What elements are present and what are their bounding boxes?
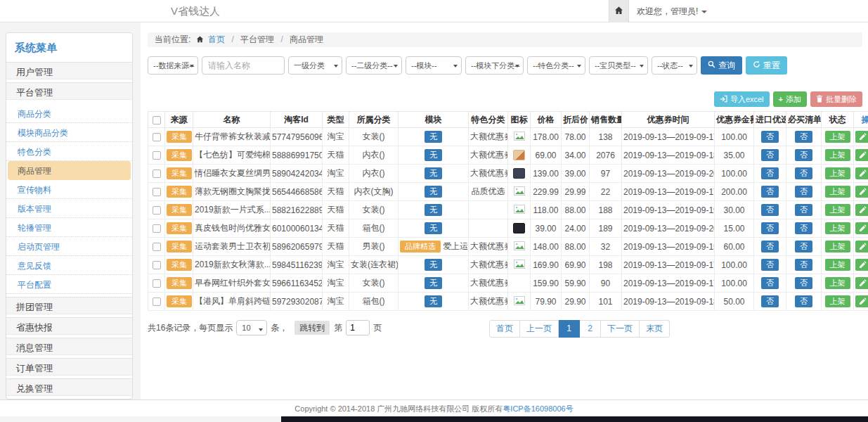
sidebar-item-商品分类[interactable]: 商品分类 [6, 104, 132, 123]
edit-button[interactable] [855, 295, 868, 307]
filter-select-3[interactable]: --二级分类-- [346, 56, 402, 75]
row-checkbox[interactable] [153, 298, 161, 306]
pager-button-2[interactable]: 2 [580, 320, 601, 338]
row-checkbox[interactable] [153, 133, 161, 141]
must-buy-toggle-badge[interactable]: 否 [795, 259, 812, 271]
name-search-input[interactable] [202, 56, 285, 75]
taoke-id-cell: 589042420344 [271, 165, 323, 183]
import-toggle-badge[interactable]: 否 [761, 277, 779, 289]
must-buy-toggle-badge[interactable]: 否 [795, 149, 812, 161]
status-badge[interactable]: 上架 [825, 167, 850, 179]
pager-button-下一页[interactable]: 下一页 [601, 320, 640, 338]
status-badge[interactable]: 上架 [825, 241, 850, 252]
row-checkbox[interactable] [153, 206, 161, 215]
edit-button[interactable] [855, 131, 868, 143]
status-badge[interactable]: 上架 [825, 204, 850, 216]
row-checkbox[interactable] [153, 243, 161, 251]
filter-select-4[interactable]: --模块-- [406, 56, 462, 75]
coupon-amount-cell: 15.00 [715, 219, 754, 238]
edit-button[interactable] [855, 204, 868, 216]
import-toggle-badge[interactable]: 否 [761, 222, 779, 234]
must-buy-toggle-badge[interactable]: 否 [795, 222, 812, 234]
edit-button[interactable] [855, 167, 868, 179]
breadcrumb-item: 平台管理 [240, 34, 274, 44]
row-checkbox[interactable] [153, 224, 161, 233]
row-checkbox[interactable] [153, 188, 161, 196]
must-buy-toggle-badge[interactable]: 否 [795, 167, 812, 179]
must-buy-toggle-badge[interactable]: 否 [795, 241, 812, 252]
row-checkbox[interactable] [153, 170, 161, 178]
filter-select-8[interactable]: --状态-- [652, 56, 697, 75]
pager-button-上一页[interactable]: 上一页 [520, 320, 559, 338]
sidebar-item-意见反馈[interactable]: 意见反馈 [6, 256, 132, 275]
home-button[interactable] [609, 0, 629, 23]
sidebar-item-特色分类[interactable]: 特色分类 [6, 142, 132, 161]
import-toggle-badge[interactable]: 否 [761, 259, 779, 271]
filter-select-2[interactable]: 一级分类 [288, 56, 342, 75]
import-toggle-badge[interactable]: 否 [761, 295, 779, 307]
sidebar-group-兑换管理[interactable]: 兑换管理 [6, 378, 132, 396]
row-checkbox[interactable] [153, 151, 161, 160]
select-all-checkbox[interactable] [153, 116, 161, 124]
edit-button[interactable] [855, 241, 868, 252]
pager-button-末页[interactable]: 末页 [640, 320, 670, 338]
name-cell: 薄款无钢圈文胸聚拢性... [193, 183, 271, 201]
edit-button[interactable] [855, 186, 868, 198]
edit-button[interactable] [855, 222, 868, 234]
row-checkbox[interactable] [153, 261, 161, 269]
sidebar-item-轮播管理[interactable]: 轮播管理 [6, 218, 132, 237]
status-badge[interactable]: 上架 [825, 259, 850, 271]
filter-select-6[interactable]: --特色分类-- [527, 56, 585, 75]
user-menu[interactable]: 欢迎您，管理员! [637, 0, 707, 23]
row-checkbox[interactable] [153, 279, 161, 288]
edit-button[interactable] [855, 149, 868, 161]
status-badge[interactable]: 上架 [825, 131, 850, 143]
sidebar-group-拼团管理[interactable]: 拼团管理 [6, 297, 132, 314]
must-buy-toggle-badge[interactable]: 否 [795, 186, 812, 198]
import-toggle-badge[interactable]: 否 [761, 241, 779, 252]
status-badge[interactable]: 上架 [825, 186, 850, 198]
must-buy-toggle-badge[interactable]: 否 [795, 204, 812, 216]
pager-button-首页[interactable]: 首页 [489, 320, 520, 338]
pager-button-1[interactable]: 1 [559, 320, 580, 338]
add-button[interactable]: + 添加 [773, 91, 807, 107]
sidebar-group-消息管理[interactable]: 消息管理 [6, 338, 132, 355]
filter-select-5[interactable]: --模块下分类-- [465, 56, 524, 75]
status-badge[interactable]: 上架 [825, 295, 850, 307]
jump-button[interactable]: 跳转到 [294, 321, 330, 335]
per-page-select[interactable]: 10 [236, 320, 267, 335]
sidebar-item-平台配置[interactable]: 平台配置 [6, 275, 132, 294]
edit-button[interactable] [855, 259, 868, 271]
status-badge[interactable]: 上架 [825, 277, 850, 289]
import-toggle-badge[interactable]: 否 [761, 131, 779, 143]
must-buy-toggle-badge[interactable]: 否 [795, 277, 812, 289]
filter-select-7[interactable]: --宝贝类型-- [589, 56, 648, 75]
sidebar-item-启动页管理[interactable]: 启动页管理 [6, 237, 132, 256]
filter-select-0[interactable]: --数据来源-- [148, 56, 198, 75]
sidebar-item-模块商品分类[interactable]: 模块商品分类 [6, 123, 132, 142]
sidebar-group-用户管理[interactable]: 用户管理 [6, 62, 132, 79]
page-number-input[interactable] [346, 320, 370, 335]
icp-link[interactable]: 粤ICP备16098006号 [503, 404, 573, 413]
search-button[interactable]: 查询 [701, 56, 742, 75]
import-toggle-badge[interactable]: 否 [761, 167, 779, 179]
table-row: 采集【七色纺】可爱纯棉家...588869917501天猫内衣()无大额优惠券6… [148, 146, 868, 165]
import-excel-button[interactable]: 导入excel [714, 91, 770, 107]
sidebar-item-宣传物料[interactable]: 宣传物料 [6, 180, 132, 199]
must-buy-toggle-badge[interactable]: 否 [795, 131, 812, 143]
status-badge[interactable]: 上架 [825, 222, 850, 234]
import-toggle-badge[interactable]: 否 [761, 149, 779, 161]
sidebar-group-省惠快报[interactable]: 省惠快报 [6, 317, 132, 335]
import-toggle-badge[interactable]: 否 [761, 204, 779, 216]
sidebar-item-版本管理[interactable]: 版本管理 [6, 199, 132, 218]
sidebar-item-商品管理[interactable]: 商品管理 [8, 161, 131, 180]
status-badge[interactable]: 上架 [825, 149, 850, 161]
breadcrumb-home-link[interactable]: 首页 [208, 34, 225, 44]
reset-button[interactable]: 重置 [746, 56, 787, 75]
sidebar-group-订单管理[interactable]: 订单管理 [6, 358, 132, 376]
edit-button[interactable] [855, 277, 868, 289]
must-buy-toggle-badge[interactable]: 否 [795, 295, 812, 307]
sidebar-group-平台管理[interactable]: 平台管理 [6, 82, 132, 100]
batch-delete-button[interactable]: 批量删除 [810, 91, 862, 107]
import-toggle-badge[interactable]: 否 [761, 186, 779, 198]
